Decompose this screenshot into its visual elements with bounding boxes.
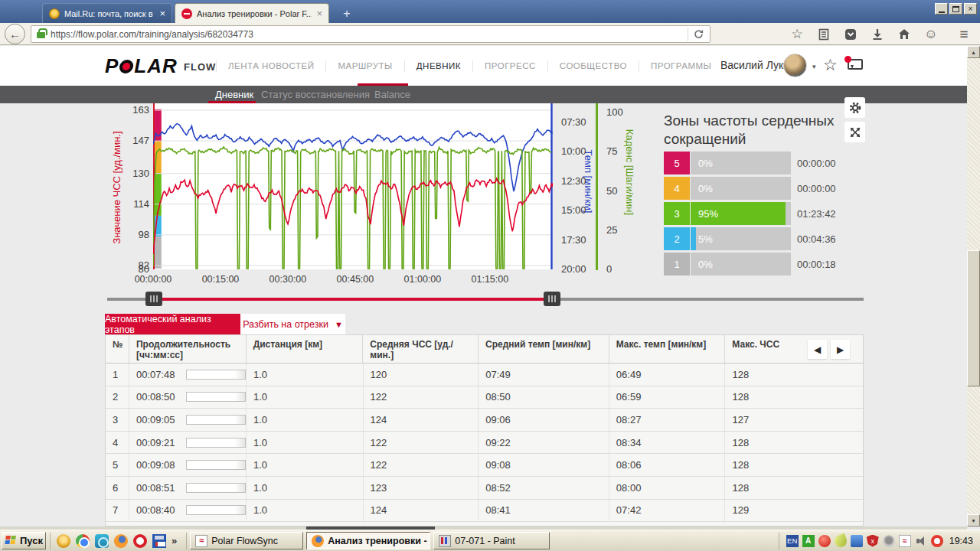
nav-item-link[interactable]: ПРОГРЕСС [472,60,547,72]
duration-bar [186,460,246,470]
subnav-diary[interactable]: Дневник [215,89,253,100]
tab-close-icon[interactable]: × [159,8,165,18]
home-icon[interactable] [897,28,911,41]
firefox-icon[interactable] [114,534,128,548]
tab-auto-lap-analysis[interactable]: Автоматический анализ этапов [105,314,240,334]
laps-prev-page-button[interactable]: ◀ [808,340,827,359]
downloads-icon[interactable] [871,28,884,41]
menu-icon[interactable]: ≡ [957,28,971,41]
lap-cell: 08:50 [478,386,609,409]
lap-cell: 00:08:51 [129,477,246,499]
scroll-down-arrow[interactable]: ▼ [967,514,980,527]
nav-item-link[interactable]: МАРШРУТЫ [325,60,403,72]
slider-handle-right[interactable] [544,292,560,306]
hr-axis-tick: 130 [119,168,149,179]
camera-icon[interactable] [883,535,895,547]
url-bar[interactable]: https://flow.polar.com/training/analysis… [31,25,710,43]
flowsync-tray-icon[interactable]: ≈ [899,535,911,547]
pocket-icon[interactable] [844,28,858,41]
chrome-icon[interactable] [76,534,90,548]
lap-cell: 128 [724,386,863,409]
tab-close-icon[interactable]: × [316,8,322,18]
laps-next-page-button[interactable]: ▶ [831,340,850,359]
nav-item-active[interactable]: ДНЕВНИК [404,60,472,72]
cadence-axis-tick: 0 [606,263,612,275]
browser-tab-polar[interactable]: Анализ тренировки - Polar F... × [175,3,329,23]
opera-tray-icon[interactable] [931,535,943,547]
hr-zone-row: 395%01:23:42 [664,202,867,225]
chevron-down-icon[interactable]: ▾ [812,63,816,70]
task-button[interactable]: 07-071 - Paint [433,532,550,549]
page-content: PLAR FLOW ЛЕНТА НОВОСТЕЙМАРШРУТЫДНЕВНИКП… [0,46,980,527]
cadence-axis-tick: 25 [606,224,617,236]
scroll-up-arrow[interactable]: ▲ [967,46,980,58]
windows-blue-icon[interactable] [851,535,863,547]
subnav-recovery-status[interactable]: Статус восстановления [261,89,370,100]
lap-row: 100:07:481.012007:4906:49128 [106,364,863,386]
nav-item-link[interactable]: СООБЩЕСТВО [547,60,639,72]
fullscreen-button[interactable] [844,122,865,142]
start-button[interactable]: Пуск [2,532,46,549]
notifications-icon[interactable] [848,59,863,70]
tab-split-segments[interactable]: Разбить на отрезки ▼ [240,314,345,334]
lap-duration: 00:09:05 [136,414,175,425]
save-icon[interactable] [152,534,166,548]
lap-row: 600:08:511.012308:5208:00128 [106,477,863,500]
new-tab-button[interactable]: + [335,5,358,23]
lap-cell: 129 [724,500,863,522]
speaker-icon[interactable] [915,535,927,547]
mailru-favicon [49,8,60,19]
laps-table-header: №Продолжительность [чч:мм:сс]Дистанция [… [106,335,863,364]
lap-cell: 7 [106,500,129,522]
task-button[interactable]: Анализ тренировки - ... [306,532,430,549]
lap-column-header: Дистанция [км] [246,335,363,363]
time-axis-tick: 01:15:00 [463,274,517,285]
system-tray: EN Ax≈ 19:43 [779,533,980,549]
vertical-scrollbar-thumb[interactable] [967,250,980,386]
library-icon[interactable] [817,28,831,41]
nav-item-link[interactable]: ЛЕНТА НОВОСТЕЙ [216,60,325,72]
browser-tab-mailru[interactable]: Mail.Ru: почта, поиск в инт... × [42,3,172,23]
avatar[interactable] [783,54,807,77]
firefox-icon [312,535,324,547]
lap-column-header: Средняя ЧСС [уд./мин.] [362,335,478,363]
zone-bar-fill [691,227,696,250]
favorite-star-icon[interactable]: ☆ [823,56,838,74]
close-button[interactable]: × [964,3,977,15]
language-indicator[interactable]: EN [786,535,799,547]
bookmark-star-icon[interactable]: ☆ [790,28,804,41]
leaf-icon[interactable] [832,533,848,549]
hr-zones-title: Зоны частоты сердечных сокращений [664,112,871,148]
lap-cell: 08:00 [609,477,725,499]
red-shield-icon[interactable]: x [867,535,879,547]
hr-axis-tick: 114 [119,198,149,210]
slider-handle-left[interactable] [145,292,162,306]
training-curves-chart[interactable] [153,103,553,272]
subnav-balance[interactable]: Balance [374,89,410,100]
lap-cell: 00:09:05 [129,409,246,431]
lap-cell: 127 [724,409,863,431]
lap-cell: 5 [106,454,129,476]
feedback-smiley-icon[interactable]: ☺ [924,28,938,41]
settings-button[interactable] [844,97,865,118]
lap-duration: 00:08:40 [136,504,175,516]
zone-number: 2 [664,227,690,250]
opera-icon[interactable] [133,534,147,548]
back-button[interactable]: ← [5,24,25,44]
polar-logo[interactable]: PLAR [105,54,178,78]
restore-button[interactable] [949,3,962,15]
lap-cell: 00:08:40 [129,500,246,522]
quick-launch-overflow[interactable]: » [172,535,180,546]
reload-button[interactable] [688,28,704,41]
task-button[interactable]: ≈Polar FlowSync [190,532,303,549]
red-ball-icon[interactable] [818,535,831,547]
antivirus-a-icon[interactable]: A [802,535,815,547]
amigo-icon[interactable] [95,534,109,548]
vertical-scrollbar[interactable]: ▲ ▼ [967,46,980,527]
lap-cell: 6 [106,477,129,499]
nav-item-link[interactable]: ПРОГРАММЫ [639,60,723,72]
minimize-button[interactable] [935,3,948,15]
zone-time: 00:00:00 [797,158,836,169]
gold-app-icon[interactable] [57,534,70,548]
zone-number: 4 [664,177,690,200]
